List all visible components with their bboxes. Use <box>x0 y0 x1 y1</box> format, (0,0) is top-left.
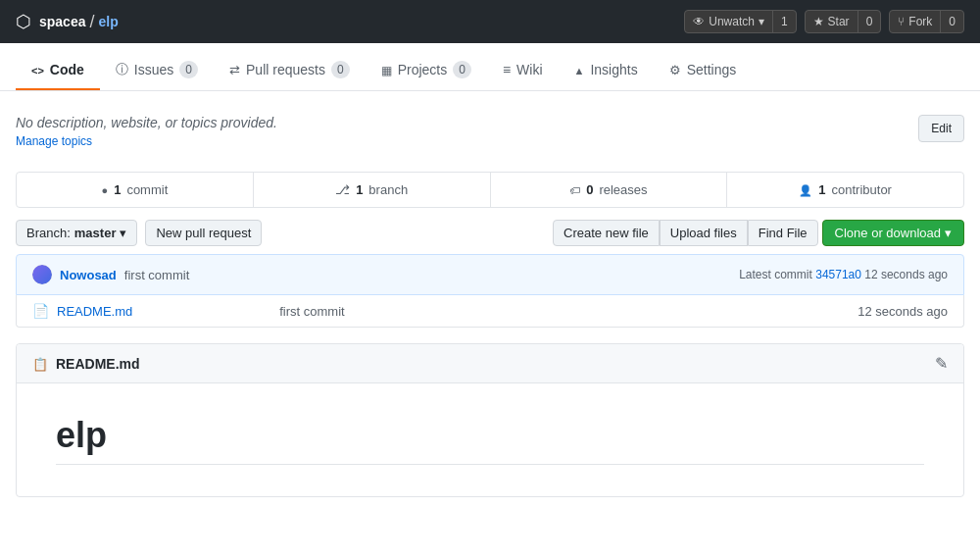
commit-right: Latest commit 34571a0 12 seconds ago <box>739 268 948 281</box>
repo-name[interactable]: elp <box>99 14 119 29</box>
description-text: No description, website, or topics provi… <box>16 115 277 130</box>
top-bar: ⬡ spacea / elp Unwatch 1 Star 0 Fork <box>0 0 980 43</box>
branch-selector[interactable]: Branch: master <box>16 220 137 246</box>
readme-title: README.md <box>32 356 140 372</box>
edit-description-button[interactable]: Edit <box>918 115 964 142</box>
projects-count: 0 <box>453 61 471 78</box>
file-commit-message: first commit <box>279 304 725 319</box>
issues-count: 0 <box>179 61 198 78</box>
upload-files-button[interactable]: Upload files <box>660 220 748 246</box>
pr-count: 0 <box>331 61 350 78</box>
avatar <box>32 265 52 284</box>
commits-label: commit <box>126 182 168 197</box>
tab-settings-label: Settings <box>687 62 737 77</box>
branch-name: master <box>74 226 117 240</box>
readme-icon <box>32 356 48 372</box>
insights-icon <box>574 62 585 77</box>
contributors-stat[interactable]: 1 contributor <box>727 173 963 207</box>
stats-row: 1 commit 1 branch 0 releases 1 contribut… <box>16 172 964 208</box>
readme-edit-icon[interactable]: ✎ <box>935 354 948 373</box>
tab-pull-requests[interactable]: Pull requests 0 <box>214 51 366 90</box>
tab-pr-label: Pull requests <box>246 62 325 77</box>
description-area: No description, website, or topics provi… <box>16 115 277 148</box>
branches-label: branch <box>368 182 408 197</box>
watch-main[interactable]: Unwatch <box>685 11 773 32</box>
description-bar: No description, website, or topics provi… <box>16 107 964 156</box>
file-list: 📄 README.md first commit 12 seconds ago <box>16 295 964 328</box>
watch-label: Unwatch <box>709 15 755 28</box>
readme-h1: elp <box>56 415 924 465</box>
contributors-count: 1 <box>818 182 825 197</box>
releases-stat[interactable]: 0 releases <box>491 173 728 207</box>
file-icon: 📄 <box>32 303 49 319</box>
repo-actions: Unwatch 1 Star 0 Fork 0 <box>684 10 964 33</box>
contributors-label: contributor <box>832 182 892 197</box>
breadcrumb: spacea / elp <box>39 12 119 32</box>
readme-section: README.md ✎ elp <box>16 343 964 497</box>
commit-info-row: Nowosad first commit Latest commit 34571… <box>16 254 964 295</box>
branch-stat-icon <box>335 182 350 197</box>
branches-stat[interactable]: 1 branch <box>254 173 491 207</box>
star-button[interactable]: Star 0 <box>805 10 882 33</box>
new-pull-request-button[interactable]: New pull request <box>145 220 262 246</box>
repo-tabs: Code Issues 0 Pull requests 0 Projects 0… <box>16 51 964 90</box>
branches-count: 1 <box>356 182 363 197</box>
star-icon <box>813 15 824 28</box>
issue-icon <box>116 61 128 78</box>
create-new-file-button[interactable]: Create new file <box>553 220 660 246</box>
tab-insights-label: Insights <box>590 62 637 77</box>
fork-label: Fork <box>908 15 932 28</box>
tab-issues[interactable]: Issues 0 <box>100 51 214 90</box>
file-action-group: Create new file Upload files Find File <box>553 220 818 246</box>
table-row: 📄 README.md first commit 12 seconds ago <box>17 295 963 327</box>
tab-wiki[interactable]: Wiki <box>487 51 559 90</box>
action-left: Branch: master New pull request <box>16 220 262 246</box>
tab-code[interactable]: Code <box>16 51 100 90</box>
main-content: No description, website, or topics provi… <box>0 91 980 513</box>
breadcrumb-separator: / <box>89 12 94 32</box>
branch-label: Branch: <box>26 226 71 240</box>
fork-icon <box>898 15 905 28</box>
repo-header: Code Issues 0 Pull requests 0 Projects 0… <box>0 43 980 91</box>
fork-count: 0 <box>941 11 963 32</box>
commit-author-area: Nowosad first commit <box>32 265 189 284</box>
commit-time: 12 seconds ago <box>864 268 948 281</box>
releases-label: releases <box>599 182 647 197</box>
tab-wiki-label: Wiki <box>516 62 542 77</box>
star-main[interactable]: Star <box>806 11 858 32</box>
avatar-image <box>32 265 52 284</box>
action-right: Create new file Upload files Find File C… <box>553 220 964 246</box>
watch-button[interactable]: Unwatch 1 <box>684 10 796 33</box>
clone-label: Clone or download <box>835 226 941 240</box>
file-name[interactable]: README.md <box>57 304 279 319</box>
readme-header: README.md ✎ <box>17 344 963 383</box>
clone-chevron-icon: ▾ <box>945 226 952 240</box>
author-name[interactable]: Nowosad <box>60 268 117 282</box>
fork-button[interactable]: Fork 0 <box>889 10 964 33</box>
commit-message: first commit <box>124 268 189 282</box>
commits-count: 1 <box>114 182 121 197</box>
releases-count: 0 <box>586 182 593 197</box>
commit-hash[interactable]: 34571a0 <box>815 268 861 281</box>
latest-commit-label: Latest commit <box>739 268 812 281</box>
tab-settings[interactable]: Settings <box>654 51 753 90</box>
tab-insights[interactable]: Insights <box>559 51 654 90</box>
project-icon <box>381 62 392 77</box>
fork-main[interactable]: Fork <box>890 11 941 32</box>
tab-projects[interactable]: Projects 0 <box>366 51 487 90</box>
owner-link[interactable]: spacea <box>39 14 85 29</box>
star-label: Star <box>828 15 850 28</box>
commits-stat[interactable]: 1 commit <box>17 173 254 207</box>
readme-body: elp <box>17 383 963 496</box>
clone-or-download-button[interactable]: Clone or download ▾ <box>822 220 964 246</box>
find-file-button[interactable]: Find File <box>748 220 818 246</box>
watch-chevron-icon <box>759 15 764 28</box>
tab-issues-label: Issues <box>134 62 173 77</box>
manage-topics-link[interactable]: Manage topics <box>16 134 277 148</box>
watch-count: 1 <box>773 11 796 32</box>
branch-chevron-icon <box>120 226 126 240</box>
action-row: Branch: master New pull request Create n… <box>16 220 964 246</box>
readme-title-text: README.md <box>56 356 140 372</box>
eye-icon <box>693 15 705 28</box>
settings-icon <box>669 62 681 77</box>
